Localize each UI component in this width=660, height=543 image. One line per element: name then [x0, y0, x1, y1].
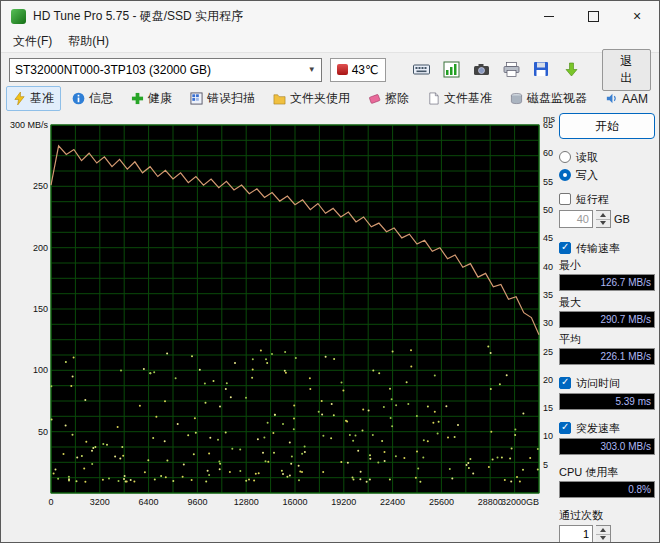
short-stroke-unit-label: GB — [614, 213, 630, 225]
short-stroke-stepper[interactable] — [596, 210, 611, 228]
svg-text:28800: 28800 — [478, 497, 503, 507]
pass-count-input[interactable] — [559, 525, 593, 543]
menu-item-1[interactable]: 帮助(H) — [60, 31, 117, 52]
maximize-button[interactable] — [571, 1, 615, 31]
svg-text:50: 50 — [543, 205, 553, 215]
svg-text:200: 200 — [33, 243, 48, 253]
tab-health[interactable]: 健康 — [124, 86, 179, 111]
tab-label: AAM — [622, 92, 648, 106]
save-icon[interactable] — [530, 58, 554, 82]
burst-rate-value: 303.0 MB/s — [559, 438, 655, 455]
start-button[interactable]: 开始 — [559, 113, 655, 139]
svg-text:3200: 3200 — [90, 497, 110, 507]
folder-icon — [273, 92, 286, 105]
svg-text:32000GB: 32000GB — [501, 497, 539, 507]
short-stroke-checkbox[interactable]: 短行程 — [559, 190, 655, 208]
svg-text:150: 150 — [33, 304, 48, 314]
temperature-value: 43℃ — [352, 63, 379, 77]
tab-file[interactable]: 文件基准 — [420, 86, 499, 111]
window-title: HD Tune Pro 5.75 - 硬盘/SSD 实用程序 — [33, 8, 243, 25]
maximize-icon — [588, 11, 599, 22]
spin-down-icon[interactable] — [596, 534, 610, 543]
transfer-rate-label: 传输速率 — [576, 241, 620, 256]
min-value: 126.7 MB/s — [559, 274, 655, 291]
disk-icon — [510, 92, 523, 105]
svg-text:40: 40 — [543, 262, 553, 272]
spin-up-icon[interactable] — [596, 211, 610, 219]
camera-icon[interactable] — [470, 58, 494, 82]
pass-count-row — [559, 524, 655, 543]
spin-down-icon[interactable] — [596, 219, 610, 228]
min-label: 最小 — [559, 259, 655, 272]
title-bar: HD Tune Pro 5.75 - 硬盘/SSD 实用程序 × — [1, 1, 659, 31]
burst-rate-checkbox[interactable]: 突发速率 — [559, 419, 655, 437]
tab-folder[interactable]: 文件夹使用 — [266, 86, 357, 111]
tab-aam[interactable]: AAM — [598, 88, 655, 110]
short-stroke-size-input[interactable] — [559, 210, 593, 228]
drive-selector[interactable]: ST32000NT000-3TP103 (32000 GB) ▼ — [9, 58, 322, 82]
checkbox-icon — [559, 193, 571, 205]
minimize-icon — [544, 16, 554, 17]
exit-button[interactable]: 退出 — [602, 49, 651, 91]
toolbar: ST32000NT000-3TP103 (32000 GB) ▼ 43℃ 退出 — [1, 53, 659, 86]
svg-text:20: 20 — [543, 375, 553, 385]
svg-text:30: 30 — [543, 318, 553, 328]
tab-disk[interactable]: 磁盘监视器 — [503, 86, 594, 111]
svg-text:300 MB/s: 300 MB/s — [10, 120, 49, 130]
checkbox-icon — [559, 242, 571, 254]
max-label: 最大 — [559, 296, 655, 309]
tab-label: 基准 — [30, 90, 54, 107]
svg-text:10: 10 — [543, 431, 553, 441]
access-time-checkbox[interactable]: 访问时间 — [559, 374, 655, 392]
drive-selector-value: ST32000NT000-3TP103 (32000 GB) — [15, 63, 211, 77]
info-icon — [72, 92, 85, 105]
svg-text:22400: 22400 — [380, 497, 405, 507]
svg-text:55: 55 — [543, 177, 553, 187]
tab-erase[interactable]: 擦除 — [361, 86, 416, 111]
download-icon[interactable] — [560, 58, 584, 82]
transfer-rate-checkbox[interactable]: 传输速率 — [559, 239, 655, 257]
svg-text:60: 60 — [543, 148, 553, 158]
radio-icon — [559, 151, 571, 163]
pass-count-stepper[interactable] — [596, 525, 611, 543]
cpu-usage-label: CPU 使用率 — [559, 466, 655, 479]
short-stroke-label: 短行程 — [576, 192, 609, 207]
tab-label: 信息 — [89, 90, 113, 107]
read-radio-label: 读取 — [576, 150, 598, 165]
keyboard-icon[interactable] — [410, 58, 434, 82]
spin-up-icon[interactable] — [596, 526, 610, 534]
printer-icon[interactable] — [500, 58, 524, 82]
close-button[interactable]: × — [615, 1, 659, 31]
aam-icon — [605, 92, 618, 105]
temperature-indicator: 43℃ — [330, 58, 386, 82]
menu-item-0[interactable]: 文件(F) — [5, 31, 60, 52]
short-stroke-size-row: GB — [559, 209, 655, 229]
radio-icon — [559, 169, 571, 181]
svg-text:0: 0 — [48, 497, 53, 507]
benchmark-chart: 300 MB/s25020015010050ms6560555045403530… — [5, 113, 557, 543]
max-value: 290.7 MB/s — [559, 311, 655, 328]
menu-bar: 文件(F)帮助(H) — [1, 31, 659, 53]
bolt-icon — [13, 92, 26, 105]
benchmark-chart-svg: 300 MB/s25020015010050ms6560555045403530… — [5, 113, 557, 511]
read-radio[interactable]: 读取 — [559, 148, 655, 166]
erase-icon — [368, 92, 381, 105]
write-radio[interactable]: 写入 — [559, 166, 655, 184]
chevron-down-icon: ▼ — [308, 65, 316, 74]
svg-text:100: 100 — [33, 365, 48, 375]
svg-text:6400: 6400 — [139, 497, 159, 507]
minimize-button[interactable] — [527, 1, 571, 31]
write-radio-label: 写入 — [576, 168, 598, 183]
toolbar-icons — [410, 58, 584, 82]
tab-label: 文件基准 — [444, 90, 492, 107]
app-icon — [11, 9, 26, 24]
pass-count-label: 通过次数 — [559, 509, 655, 522]
tab-scan[interactable]: 错误扫描 — [183, 86, 262, 111]
svg-text:250: 250 — [33, 181, 48, 191]
tab-bolt[interactable]: 基准 — [6, 86, 61, 111]
chart-icon[interactable] — [440, 58, 464, 82]
tab-info[interactable]: 信息 — [65, 86, 120, 111]
tab-label: 错误扫描 — [207, 90, 255, 107]
main-content: 300 MB/s25020015010050ms6560555045403530… — [1, 111, 659, 543]
svg-text:65: 65 — [543, 120, 553, 130]
